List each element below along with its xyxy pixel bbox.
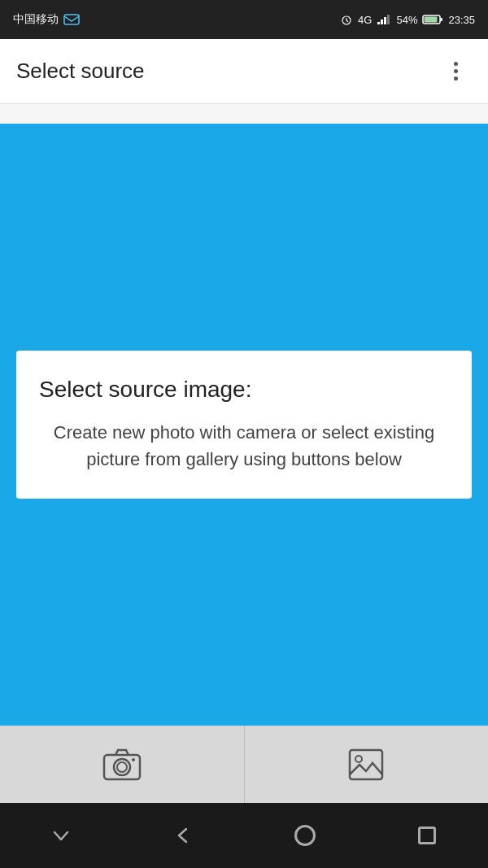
svg-line-3 <box>346 20 348 22</box>
svg-rect-6 <box>384 17 386 24</box>
nav-home-button[interactable] <box>281 811 329 860</box>
svg-rect-15 <box>350 750 382 779</box>
status-bar: 中国移动 4G 54% 23:35 <box>0 0 488 39</box>
card-title: Select source image: <box>39 377 449 403</box>
action-bar <box>0 726 488 803</box>
nav-recents-button[interactable] <box>403 811 451 860</box>
svg-point-14 <box>132 758 135 761</box>
recents-square-icon <box>418 827 436 844</box>
signal-bars-icon <box>377 14 391 25</box>
svg-rect-7 <box>387 15 390 24</box>
status-left: 中国移动 <box>13 12 80 27</box>
gallery-button[interactable] <box>245 726 489 803</box>
alarm-icon <box>340 13 353 26</box>
message-icon <box>63 13 80 26</box>
camera-icon <box>101 744 143 786</box>
camera-button[interactable] <box>0 726 245 803</box>
nav-bar <box>0 803 488 868</box>
overflow-menu-button[interactable] <box>439 55 472 88</box>
chevron-down-icon <box>50 824 72 847</box>
home-circle-icon <box>294 825 316 846</box>
svg-rect-10 <box>425 17 438 23</box>
main-content: Select source image: Create new photo wi… <box>0 124 488 726</box>
battery-text: 54% <box>396 14 417 26</box>
carrier-text: 中国移动 <box>13 12 59 27</box>
gallery-icon <box>345 744 387 786</box>
sub-bar <box>0 104 488 124</box>
back-arrow-icon <box>172 824 194 847</box>
page-title: Select source <box>16 59 145 84</box>
svg-point-16 <box>355 756 362 762</box>
info-card: Select source image: Create new photo wi… <box>16 351 472 499</box>
three-dots-icon <box>454 62 458 81</box>
app-bar: Select source <box>0 39 488 104</box>
svg-rect-0 <box>64 15 79 24</box>
svg-rect-4 <box>377 22 380 24</box>
nav-back-button[interactable] <box>159 811 207 860</box>
nav-down-button[interactable] <box>37 811 85 860</box>
svg-point-13 <box>117 762 127 772</box>
svg-rect-9 <box>440 18 442 21</box>
card-body: Create new photo with camera or select e… <box>39 419 449 473</box>
svg-rect-5 <box>381 20 383 24</box>
time-text: 23:35 <box>448 14 475 26</box>
status-right: 4G 54% 23:35 <box>340 13 475 26</box>
signal-text: 4G <box>358 14 372 26</box>
battery-icon <box>422 14 443 25</box>
